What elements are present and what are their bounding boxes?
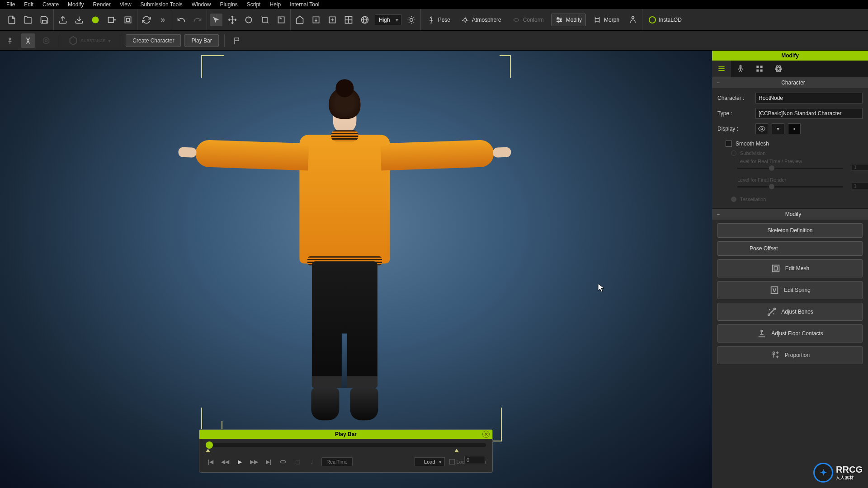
type-input[interactable]: [CCBasic]Non Standard Character	[755, 108, 863, 119]
modify-button[interactable]: Modify	[551, 14, 586, 26]
adjust-bones-button[interactable]: Adjust Bones	[717, 303, 863, 321]
step-back-icon[interactable]: ◀◀	[220, 457, 230, 467]
render-icon[interactable]	[89, 14, 102, 26]
new-file-icon[interactable]	[5, 14, 18, 26]
undo-icon[interactable]	[175, 14, 188, 26]
realtime-slider: 1	[737, 168, 843, 169]
focus-down-icon[interactable]	[310, 14, 322, 26]
tab-texture-icon[interactable]	[750, 61, 769, 77]
tab-motion-icon[interactable]	[731, 61, 750, 77]
expand-icon[interactable]: »	[156, 14, 169, 26]
menu-edit[interactable]: Edit	[19, 0, 38, 9]
morph-button[interactable]: Morph	[590, 14, 623, 26]
menu-help[interactable]: Help	[265, 0, 285, 9]
subdivision-radio: Subdivision	[717, 149, 863, 158]
svg-point-49	[774, 308, 776, 310]
realtime-button[interactable]: RealTime	[321, 457, 353, 466]
menu-submission-tools[interactable]: Submission Tools	[136, 0, 187, 9]
menu-modify[interactable]: Modify	[63, 0, 88, 9]
svg-point-28	[632, 16, 634, 19]
display-dark-icon[interactable]: ▪	[788, 123, 801, 134]
character-section-header[interactable]: −Character	[712, 77, 868, 88]
substance-icon[interactable]: SUBSTANCE▾	[65, 33, 114, 48]
menu-view[interactable]: View	[115, 0, 136, 9]
menu-plugins[interactable]: Plugins	[215, 0, 242, 9]
marker-a-icon[interactable]: ▢	[292, 457, 302, 467]
frame-icon[interactable]	[122, 14, 134, 26]
rotate-icon[interactable]	[242, 14, 255, 26]
svg-rect-46	[774, 267, 777, 270]
modify-panel: Modify −Character Character : RootNode T…	[712, 51, 868, 488]
move-icon[interactable]	[226, 14, 239, 26]
quality-select[interactable]: High	[375, 14, 401, 25]
select-icon[interactable]	[210, 14, 222, 26]
loop-icon[interactable]	[278, 457, 288, 467]
modify-section-header[interactable]: −Modify	[712, 209, 868, 220]
pose-button[interactable]: Pose	[424, 14, 454, 26]
svg-point-2	[92, 16, 99, 23]
character-input[interactable]: RootNode	[755, 93, 863, 103]
close-icon[interactable]: ✕	[482, 431, 490, 438]
go-start-icon[interactable]: |◀	[206, 457, 216, 467]
menu-render[interactable]: Render	[88, 0, 115, 9]
frame-input[interactable]: 0	[464, 456, 485, 464]
adjust-floor-button[interactable]: Adjust Floor Contacts	[717, 324, 863, 343]
flag-icon[interactable]	[230, 33, 245, 48]
menu-create[interactable]: Create	[38, 0, 63, 9]
panel-title: Modify	[712, 51, 868, 61]
menu-window[interactable]: Window	[187, 0, 216, 9]
timeline-slider[interactable]	[206, 443, 486, 447]
marker-b-icon[interactable]: ♩	[307, 457, 317, 467]
svg-point-48	[768, 314, 770, 316]
export-icon[interactable]	[73, 14, 85, 26]
globe-icon[interactable]	[359, 14, 371, 26]
smooth-mesh-check[interactable]: Smooth Mesh	[717, 139, 863, 149]
tool-c-icon[interactable]	[39, 33, 53, 48]
viewport[interactable]: Play Bar ✕ 0 |◀ ◀◀ ▶ ▶▶ ▶| ▢ ♩ RealTime	[0, 51, 712, 488]
home-icon[interactable]	[293, 14, 306, 26]
instalod-button[interactable]: InstaLOD	[645, 14, 685, 25]
save-icon[interactable]	[38, 14, 51, 26]
reset-transform-icon[interactable]	[275, 14, 288, 26]
pose-offset-button[interactable]: Pose Offset	[717, 241, 863, 256]
svg-rect-45	[772, 265, 779, 272]
svg-point-21	[464, 19, 467, 21]
display-dropdown-icon[interactable]: ▾	[772, 123, 784, 134]
atmosphere-button[interactable]: Atmosphere	[458, 14, 505, 26]
tool-a-icon[interactable]	[3, 33, 17, 48]
character-model[interactable]	[200, 87, 489, 431]
light-icon[interactable]	[405, 14, 418, 26]
tool-b-icon[interactable]	[21, 33, 35, 48]
step-forward-icon[interactable]: ▶▶	[249, 457, 259, 467]
menu-file[interactable]: File	[2, 0, 19, 9]
svg-rect-47	[771, 287, 778, 294]
scale-icon[interactable]	[259, 14, 271, 26]
play-icon[interactable]: ▶	[235, 457, 245, 467]
edit-mesh-button[interactable]: Edit Mesh	[717, 259, 863, 277]
tab-sliders-icon[interactable]	[712, 61, 731, 77]
create-character-button[interactable]: Create Character	[126, 34, 181, 47]
display-eye-icon[interactable]	[755, 123, 768, 134]
svg-point-25	[557, 17, 558, 19]
conform-button[interactable]: Conform	[509, 14, 547, 26]
refresh-icon[interactable]	[140, 14, 153, 26]
load-dropdown[interactable]: Load	[415, 457, 444, 466]
play-bar-button[interactable]: Play Bar	[184, 34, 218, 47]
edit-spring-button[interactable]: Edit Spring	[717, 281, 863, 299]
redo-icon[interactable]	[191, 14, 204, 26]
export-arrow-icon[interactable]	[105, 14, 118, 26]
svg-point-27	[558, 21, 559, 22]
import-icon[interactable]	[57, 14, 69, 26]
grid-icon[interactable]	[342, 14, 355, 26]
svg-rect-37	[756, 66, 759, 68]
go-end-icon[interactable]: ▶|	[264, 457, 274, 467]
menu-script[interactable]: Script	[242, 0, 265, 9]
skeleton-definition-button[interactable]: Skeleton Definition	[717, 223, 863, 238]
tab-physics-icon[interactable]	[769, 61, 788, 77]
proportion-button[interactable]: Proportion	[717, 346, 863, 364]
open-folder-icon[interactable]	[22, 14, 34, 26]
person-icon[interactable]	[627, 14, 639, 26]
play-bar-header[interactable]: Play Bar ✕	[199, 430, 492, 439]
menu-internal-tool[interactable]: Internal Tool	[285, 0, 324, 9]
focus-all-icon[interactable]	[326, 14, 339, 26]
